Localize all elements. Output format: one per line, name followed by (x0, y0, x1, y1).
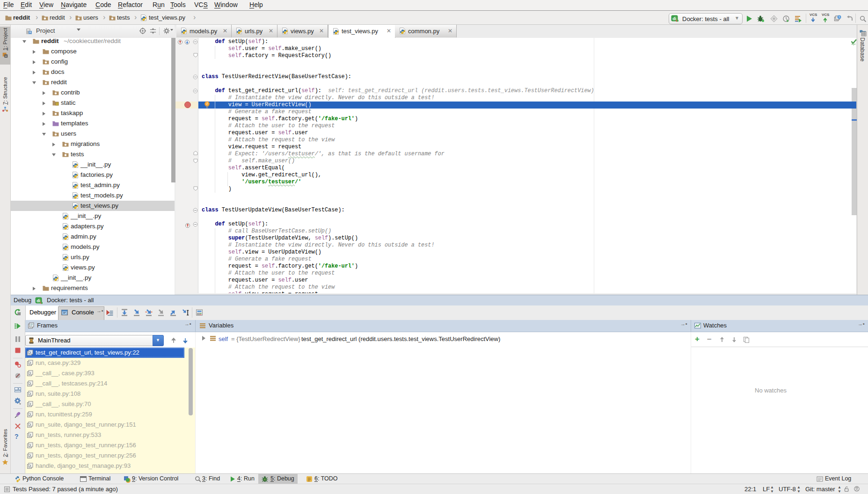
svg-text:di: di (36, 298, 40, 303)
svg-text:di: di (672, 16, 676, 21)
